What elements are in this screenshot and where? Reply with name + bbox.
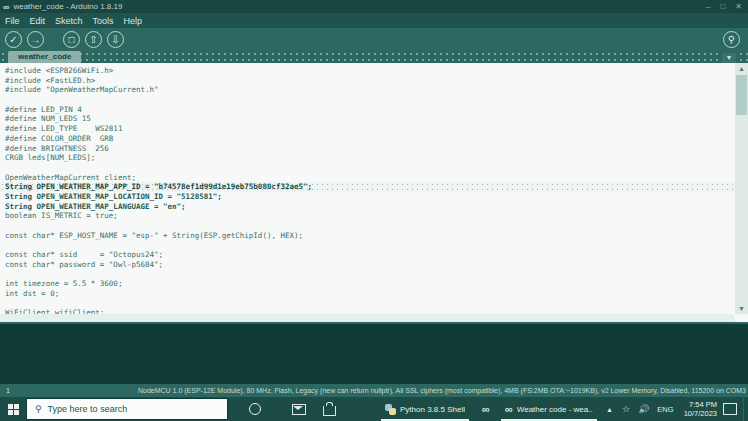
code-line[interactable] [5, 299, 734, 309]
scroll-down-icon[interactable]: ▼ [735, 303, 748, 314]
start-button[interactable] [0, 397, 26, 421]
taskbar-button-python[interactable]: Python 3.8.5 Shell [378, 397, 472, 421]
code-line[interactable]: #include <FastLED.h> [5, 76, 734, 86]
menu-sketch[interactable]: Sketch [50, 16, 88, 26]
clock-time: 7:54 PM [684, 400, 717, 409]
system-tray: ▲ ☆ 🔊 ENG 7:54 PM 10/7/2023 [601, 397, 748, 421]
arduino-logo-icon: ∞ [3, 2, 9, 12]
code-editor[interactable]: #include <ESP8266WiFi.h>#include <FastLE… [0, 63, 748, 322]
taskbar-button-label: Python 3.8.5 Shell [400, 405, 465, 414]
upload-button[interactable]: → [27, 31, 44, 48]
tab-strip: weather_code ▼ [0, 51, 748, 63]
cortana-button[interactable] [240, 397, 270, 421]
code-line[interactable]: #define NUM_LEDS 15 [5, 114, 734, 124]
action-center-icon[interactable] [723, 403, 737, 415]
arduino-icon: ∞ [505, 404, 513, 414]
minimize-button[interactable]: – [706, 2, 710, 11]
code-line[interactable] [5, 95, 734, 105]
menu-bar: FileEditSketchToolsHelp [0, 13, 748, 28]
cortana-icon [249, 403, 261, 415]
code-line[interactable]: String OPEN_WEATHER_MAP_LOCATION_ID = "5… [5, 192, 734, 202]
language-indicator[interactable]: ENG [657, 405, 673, 414]
verify-button[interactable]: ✓ [5, 31, 22, 48]
window-title: weather_code - Arduino 1.8.19 [13, 2, 122, 11]
cursor-line-number: 1 [6, 387, 10, 394]
tray-chevron-up-icon[interactable]: ▲ [606, 406, 613, 413]
maximize-button[interactable]: □ [720, 2, 725, 11]
new-sketch-button[interactable]: □ [63, 31, 80, 48]
toolbar: ✓ → □ ⇧ ⇩ ⚲ [0, 28, 748, 51]
arduino-icon: ∞ [482, 404, 490, 414]
code-line[interactable] [5, 163, 734, 173]
windows-logo-icon [8, 404, 19, 415]
horizontal-scrollbar[interactable] [0, 314, 735, 322]
check-icon: ✓ [9, 34, 17, 45]
open-file-icon: ⇧ [89, 34, 97, 45]
code-line[interactable]: const char* password = "Owl-p5684"; [5, 260, 734, 270]
code-area[interactable]: #include <ESP8266WiFi.h>#include <FastLE… [5, 66, 734, 318]
code-line-selected[interactable]: String OPEN_WEATHER_MAP_APP_ID = "b74578… [0, 182, 748, 192]
menu-edit[interactable]: Edit [25, 16, 51, 26]
magnifier-icon: ⚲ [728, 34, 735, 45]
menu-help[interactable]: Help [119, 16, 148, 26]
serial-monitor-button[interactable]: ⚲ [723, 31, 740, 48]
mail-app-button[interactable] [284, 397, 314, 421]
taskbar-search-input[interactable]: ⚲ Type here to search [26, 398, 228, 420]
code-line[interactable] [5, 221, 734, 231]
volume-icon[interactable]: 🔊 [638, 404, 649, 414]
code-line[interactable]: #include <ESP8266WiFi.h> [5, 66, 734, 76]
save-sketch-button[interactable]: ⇩ [107, 31, 124, 48]
output-console [0, 322, 748, 386]
code-line[interactable]: OpenWeatherMapCurrent client; [5, 173, 734, 183]
show-desktop-button[interactable] [743, 397, 748, 421]
store-app-button[interactable] [314, 397, 344, 421]
code-line[interactable]: #include "OpenWeatherMapCurrent.h" [5, 85, 734, 95]
board-info-text: NodeMCU 1.0 (ESP-12E Module), 80 MHz, Fl… [138, 387, 746, 394]
taskbar-clock[interactable]: 7:54 PM 10/7/2023 [684, 400, 717, 418]
python-icon [385, 404, 396, 415]
code-line[interactable]: CRGB leds[NUM_LEDS]; [5, 153, 734, 163]
right-arrow-icon: → [31, 34, 41, 45]
windows-taskbar: ⚲ Type here to search Python 3.8.5 Shell… [0, 397, 748, 421]
new-file-icon: □ [68, 34, 74, 45]
code-line[interactable]: int dst = 0; [5, 289, 734, 299]
code-line[interactable]: const char* ESP_HOST_NAME = "esp-" + Str… [5, 231, 734, 241]
save-icon: ⇩ [111, 34, 119, 45]
arduino-ide-window: ∞ weather_code - Arduino 1.8.19 – □ ✕ Fi… [0, 0, 748, 421]
scrollbar-thumb[interactable] [736, 75, 747, 115]
search-icon: ⚲ [35, 404, 42, 414]
network-icon[interactable]: ☆ [622, 404, 630, 414]
code-line[interactable]: boolean IS_METRIC = true; [5, 211, 734, 221]
code-line[interactable]: #define LED_PIN 4 [5, 105, 734, 115]
code-line[interactable]: #define LED_TYPE WS2811 [5, 124, 734, 134]
search-placeholder: Type here to search [48, 404, 128, 414]
code-line[interactable]: String OPEN_WEATHER_MAP_LANGUAGE = "en"; [5, 202, 734, 212]
tab-list-button[interactable]: ▼ [722, 53, 736, 63]
title-bar: ∞ weather_code - Arduino 1.8.19 – □ ✕ [0, 0, 748, 13]
clock-date: 10/7/2023 [684, 409, 717, 418]
mail-icon [292, 404, 306, 415]
code-line[interactable] [5, 240, 734, 250]
vertical-scrollbar[interactable]: ▲ ▼ [735, 63, 748, 314]
code-line[interactable] [5, 269, 734, 279]
menu-tools[interactable]: Tools [88, 16, 119, 26]
code-line[interactable]: #define BRIGHTNESS 256 [5, 144, 734, 154]
code-line[interactable]: const char* ssid = "Octopus24"; [5, 250, 734, 260]
taskbar-button-weather-code[interactable]: ∞ Weather code - wea... [498, 397, 600, 421]
code-line[interactable]: #define COLOR_ORDER GRB [5, 134, 734, 144]
close-button[interactable]: ✕ [735, 2, 742, 11]
open-sketch-button[interactable]: ⇧ [85, 31, 102, 48]
code-line[interactable]: int timezone = 5.5 * 3600; [5, 279, 734, 289]
status-bar: 1 NodeMCU 1.0 (ESP-12E Module), 80 MHz, … [0, 384, 748, 397]
menu-file[interactable]: File [0, 16, 25, 26]
taskbar-button-label: Weather code - wea... [517, 405, 593, 414]
tab-weather-code[interactable]: weather_code [8, 51, 81, 63]
store-icon [323, 406, 336, 416]
arduino-pinned-button[interactable]: ∞ [478, 397, 498, 421]
scroll-up-icon[interactable]: ▲ [735, 63, 748, 74]
